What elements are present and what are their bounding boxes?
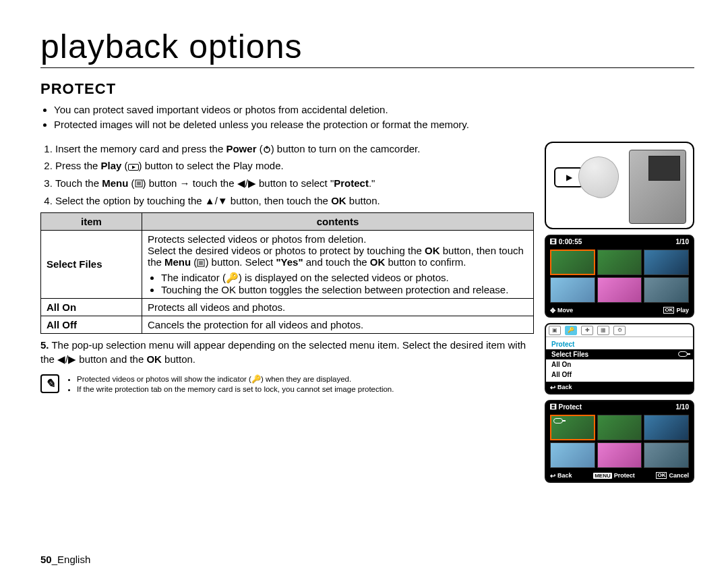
move-hint: ✥ Move: [550, 307, 573, 314]
menu-title: Protect: [546, 339, 693, 349]
text: Protects selected videos or photos from …: [148, 233, 366, 245]
timestamp: 0:00:55: [559, 238, 582, 245]
text: Select the desired videos or photos to p…: [148, 245, 425, 256]
counter: 1/10: [676, 403, 689, 411]
table-row: All Off Cancels the protection for all v…: [41, 316, 534, 333]
text: Press the: [55, 160, 101, 171]
note-item: Protected videos or photos will show the…: [77, 374, 394, 385]
text: button to select the Play mode.: [142, 160, 284, 171]
contents-cell: Cancels the protection for all videos an…: [142, 316, 534, 333]
film-icon: 🎞 0:00:55: [550, 238, 582, 245]
ok-label: OK: [425, 245, 440, 256]
page-footer: 50_English: [40, 554, 90, 565]
note-item: If the write protection tab on the memor…: [77, 384, 394, 395]
thumbnail: [644, 250, 689, 275]
intro-bullet: Protected images will not be deleted unl…: [54, 118, 694, 132]
lcd-screenshot-menu: ▣ 🔑 ✚ ▦ ⚙ Protect Select Files All On Al…: [545, 323, 694, 395]
step-4: Select the option by touching the ▲/▼ bu…: [55, 194, 534, 208]
thumbnail: [597, 442, 642, 468]
text: Select the option by touching the ▲/▼ bu…: [55, 195, 331, 206]
text: The pop-up selection menu will appear de…: [40, 339, 526, 365]
sub-bullet: The indicator (🔑) is displayed on the se…: [161, 272, 528, 284]
text: and touch the: [303, 256, 370, 268]
tab-icon: ▣: [549, 326, 561, 335]
note-icon: ✎: [40, 374, 59, 393]
page-number: 50: [40, 554, 52, 565]
thumbnail: [550, 250, 595, 275]
step-3: Touch the Menu ( ) button → touch the ◀/…: [55, 176, 534, 192]
menu-item: All On: [546, 359, 693, 370]
text: button. Select: [208, 256, 276, 268]
menu-icon: [135, 177, 143, 192]
back-hint: ↩ Back: [550, 384, 572, 391]
menu-item: All Off: [546, 370, 693, 380]
thumbnail: [550, 442, 595, 468]
steps-list: Insert the memory card and press the Pow…: [40, 142, 534, 208]
contents-cell: Protects all videos and photos.: [142, 298, 534, 316]
key-icon: [553, 418, 563, 424]
power-icon: [263, 142, 271, 157]
notes-block: ✎ Protected videos or photos will show t…: [40, 374, 534, 395]
counter: 1/10: [676, 238, 689, 245]
thumbnail: [550, 277, 595, 303]
thumbnail: [644, 277, 689, 303]
play-label: Play: [101, 160, 122, 171]
ok-label: OK: [370, 256, 386, 268]
tab-icon-active: 🔑: [565, 326, 577, 335]
table-header-contents: contents: [142, 212, 534, 230]
section-title: PROTECT: [40, 80, 694, 98]
thumbnail: [644, 415, 689, 440]
ok-label: OK: [331, 195, 346, 206]
text: button to turn on the camcorder.: [274, 143, 421, 154]
text: button to confirm.: [385, 256, 466, 268]
playmode-icon: [128, 160, 139, 175]
menu-icon: [197, 258, 205, 269]
camcorder-illustration: [545, 142, 694, 229]
text: Touch the: [55, 177, 102, 189]
sub-bullet: Touching the OK button toggles the selec…: [161, 284, 528, 295]
thumbnail: [644, 442, 689, 468]
menu-item-selected: Select Files: [546, 349, 693, 359]
protect-title: 🎞 Protect: [550, 403, 582, 411]
protect-label: Protect: [334, 177, 369, 189]
text: Insert the memory card and press the: [55, 143, 226, 154]
tab-icon: ✚: [581, 326, 593, 335]
tab-icon: ⚙: [613, 326, 626, 335]
lcd-screenshot-thumbnails: 🎞 0:00:55 1/10 ✥ Move OK Play: [545, 235, 694, 318]
text: .": [369, 177, 375, 189]
text: button.: [162, 353, 195, 365]
menu-label: Menu: [164, 256, 191, 268]
options-table: item contents Select Files Protects sele…: [40, 212, 534, 334]
step-1: Insert the memory card and press the Pow…: [55, 142, 534, 157]
contents-cell: Protects selected videos or photos from …: [142, 230, 534, 298]
key-icon: [678, 351, 688, 357]
lcd-screenshot-protect: 🎞 Protect 1/10 ↩ Back MENU Protect: [545, 400, 694, 483]
text: button → touch the ◀/▶ button to select …: [146, 177, 334, 189]
step-2: Press the Play ( ) button to select the …: [55, 158, 534, 174]
intro-bullet: You can protect saved important videos o…: [54, 103, 694, 117]
protect-hint: MENU Protect: [593, 472, 635, 479]
page-language: _English: [52, 554, 91, 565]
thumbnail: [597, 277, 642, 303]
chapter-title: playback options: [40, 27, 694, 68]
power-label: Power: [226, 143, 256, 154]
camcorder-icon: [629, 150, 686, 224]
thumbnail: [597, 415, 642, 440]
step-number: 5.: [40, 339, 49, 351]
item-cell: All On: [41, 298, 142, 316]
menu-label: Menu: [102, 177, 128, 189]
svg-marker-3: [132, 165, 135, 169]
back-hint: ↩ Back: [550, 472, 572, 479]
table-row: Select Files Protects selected videos or…: [41, 230, 534, 298]
tab-icon: ▦: [597, 326, 609, 335]
text: button.: [346, 195, 380, 206]
thumbnail-selected: [550, 415, 595, 440]
table-header-item: item: [41, 212, 142, 230]
item-cell: Select Files: [41, 230, 142, 298]
ok-label: OK: [146, 353, 162, 365]
yes-label: "Yes": [276, 256, 303, 268]
play-hint: OK Play: [663, 307, 689, 314]
intro-bullet-list: You can protect saved important videos o…: [40, 103, 694, 132]
table-row: All On Protects all videos and photos.: [41, 298, 534, 316]
finger-icon: [573, 150, 625, 202]
